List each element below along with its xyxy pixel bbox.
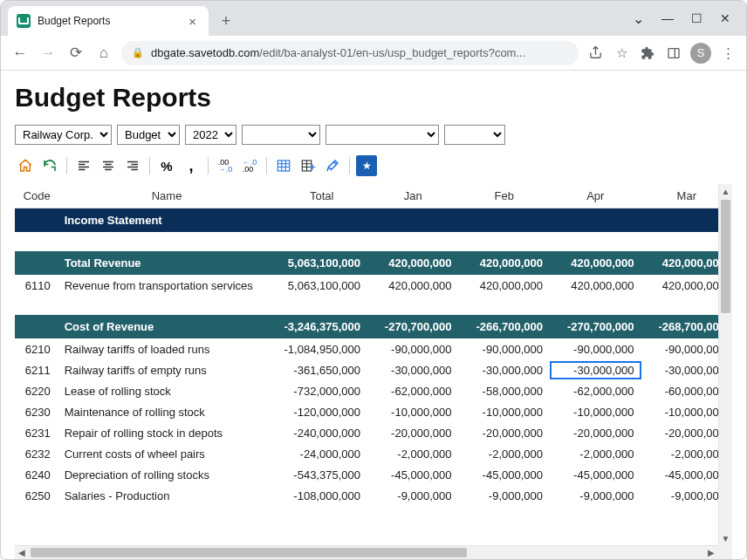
profile-avatar[interactable]: S <box>690 43 711 64</box>
cell-name[interactable]: Railway tariffs of loaded runs <box>58 340 277 359</box>
table-row[interactable]: 6211Railway tariffs of empty runs-361,65… <box>15 359 732 380</box>
refresh-icon[interactable] <box>39 155 60 176</box>
cell-feb[interactable]: -30,000,000 <box>458 361 550 379</box>
cell-code[interactable]: 6220 <box>15 382 58 400</box>
filter-extra-1[interactable] <box>242 125 320 145</box>
settings-tools-icon[interactable] <box>322 155 343 176</box>
align-center-icon[interactable] <box>98 155 119 176</box>
table-row[interactable]: 6220Lease of rolling stock-732,000,000-6… <box>15 380 732 401</box>
cell-name[interactable]: Depreciation of rolling stocks <box>58 466 277 484</box>
cell-feb[interactable]: -9,000,000 <box>458 487 550 505</box>
table-row[interactable]: 6230Maintenance of rolling stock-120,000… <box>15 401 732 422</box>
table-row[interactable]: 6232Current costs of wheel pairs-24,000,… <box>15 443 732 464</box>
star-action-icon[interactable]: ★ <box>356 155 377 176</box>
cell-total[interactable]: -24,000,000 <box>276 445 367 463</box>
cell-apr[interactable]: -20,000,000 <box>550 424 641 442</box>
table-row[interactable]: 6250Salaries - Production-108,000,000-9,… <box>15 485 732 506</box>
scroll-up-arrow[interactable]: ▲ <box>719 184 732 198</box>
scroll-right-arrow[interactable]: ▶ <box>704 546 718 559</box>
cell-apr[interactable]: -62,000,000 <box>550 382 641 400</box>
align-left-icon[interactable] <box>73 155 94 176</box>
cell-jan[interactable]: -45,000,000 <box>367 466 459 484</box>
home-icon[interactable] <box>15 155 36 176</box>
percent-icon[interactable]: % <box>156 155 177 176</box>
cell-apr[interactable]: -2,000,000 <box>550 445 641 463</box>
table-row[interactable]: 6210Railway tariffs of loaded runs-1,084… <box>15 338 732 359</box>
extensions-icon[interactable] <box>638 46 657 60</box>
cell-code[interactable]: 6110 <box>15 277 58 295</box>
cell-code[interactable]: 6210 <box>15 340 58 359</box>
filter-company[interactable]: Railway Corp. <box>15 125 112 145</box>
cell-name[interactable]: Repair of rolling stock in depots <box>58 424 277 442</box>
cell-total[interactable]: -240,000,000 <box>276 424 367 442</box>
cell-feb[interactable]: -10,000,000 <box>458 403 550 421</box>
horizontal-scroll-thumb[interactable] <box>31 548 467 557</box>
increase-decimal-icon[interactable]: .00→.0 <box>215 155 236 176</box>
cell-apr[interactable]: -9,000,000 <box>550 487 641 505</box>
cell-apr[interactable]: -30,000,000 <box>550 361 641 379</box>
cell-jan[interactable]: -9,000,000 <box>367 487 459 505</box>
cell-jan[interactable]: -62,000,000 <box>367 382 459 400</box>
cell-code[interactable]: 6250 <box>15 487 58 505</box>
cell-name[interactable]: Salaries - Production <box>58 487 277 505</box>
cell-name[interactable]: Railway tariffs of empty runs <box>58 361 277 379</box>
cell-name[interactable]: Current costs of wheel pairs <box>58 445 277 463</box>
col-header-jan[interactable]: Jan <box>367 184 459 208</box>
col-header-name[interactable]: Name <box>58 184 277 208</box>
cell-jan[interactable]: 420,000,000 <box>367 277 459 295</box>
comma-icon[interactable]: , <box>181 155 202 176</box>
decrease-decimal-icon[interactable]: ←.0.00 <box>239 155 260 176</box>
share-icon[interactable] <box>586 45 605 60</box>
cell-name[interactable]: Revenue from transportation services <box>58 277 277 295</box>
cell-jan[interactable]: -2,000,000 <box>367 445 459 463</box>
cell-feb[interactable]: -45,000,000 <box>458 466 550 484</box>
col-header-apr[interactable]: Apr <box>550 184 641 208</box>
cell-code[interactable]: 6240 <box>15 466 58 484</box>
cell-name[interactable]: Maintenance of rolling stock <box>58 403 277 421</box>
col-header-total[interactable]: Total <box>276 184 367 208</box>
cell-total[interactable]: -732,000,000 <box>276 382 367 400</box>
filter-year[interactable]: 2022 <box>185 125 236 145</box>
home-button[interactable]: ⌂ <box>93 43 114 64</box>
cell-jan[interactable]: -90,000,000 <box>367 340 459 359</box>
cell-total[interactable]: -108,000,000 <box>276 487 367 505</box>
cell-feb[interactable]: -58,000,000 <box>458 382 550 400</box>
filter-extra-3[interactable] <box>444 125 505 145</box>
table-row[interactable]: 6110Revenue from transportation services… <box>15 275 732 296</box>
cell-code[interactable]: 6230 <box>15 403 58 421</box>
table-icon[interactable] <box>273 155 294 176</box>
cell-total[interactable]: -543,375,000 <box>276 466 367 484</box>
vertical-scroll-thumb[interactable] <box>721 200 730 313</box>
bookmark-star-icon[interactable]: ☆ <box>612 45 631 61</box>
panel-icon[interactable] <box>664 46 683 60</box>
col-header-code[interactable]: Code <box>15 184 58 208</box>
scroll-down-arrow[interactable]: ▼ <box>719 531 732 545</box>
cell-total[interactable]: -361,650,000 <box>276 361 367 379</box>
kebab-menu-icon[interactable]: ⋮ <box>718 45 737 61</box>
scroll-left-arrow[interactable]: ◀ <box>15 546 29 559</box>
maximize-icon[interactable]: ☐ <box>691 11 702 25</box>
cell-feb[interactable]: -2,000,000 <box>458 445 550 463</box>
close-window-icon[interactable]: ✕ <box>720 11 730 25</box>
table-row[interactable]: 6231Repair of rolling stock in depots-24… <box>15 422 732 443</box>
table-row[interactable]: 6240Depreciation of rolling stocks-543,3… <box>15 464 732 485</box>
cell-code[interactable]: 6232 <box>15 445 58 463</box>
cell-total[interactable]: -120,000,000 <box>276 403 367 421</box>
table-options-icon[interactable] <box>298 155 319 176</box>
url-box[interactable]: 🔒 dbgate.savetodb.com/edit/ba-analyst-01… <box>121 41 579 65</box>
cell-apr[interactable]: -90,000,000 <box>550 340 641 359</box>
cell-total[interactable]: 5,063,100,000 <box>276 277 367 295</box>
cell-feb[interactable]: 420,000,000 <box>458 277 550 295</box>
cell-apr[interactable]: 420,000,000 <box>550 277 641 295</box>
reload-button[interactable]: ⟳ <box>65 43 86 64</box>
cell-feb[interactable]: -20,000,000 <box>458 424 550 442</box>
cell-total[interactable]: -1,084,950,000 <box>276 340 367 359</box>
cell-jan[interactable]: -10,000,000 <box>367 403 459 421</box>
col-header-feb[interactable]: Feb <box>458 184 550 208</box>
cell-jan[interactable]: -30,000,000 <box>367 361 459 379</box>
cell-name[interactable]: Lease of rolling stock <box>58 382 277 400</box>
back-button[interactable]: ← <box>10 43 31 64</box>
cell-apr[interactable]: -10,000,000 <box>550 403 641 421</box>
filter-extra-2[interactable] <box>326 125 439 145</box>
close-tab-icon[interactable]: × <box>185 14 200 29</box>
